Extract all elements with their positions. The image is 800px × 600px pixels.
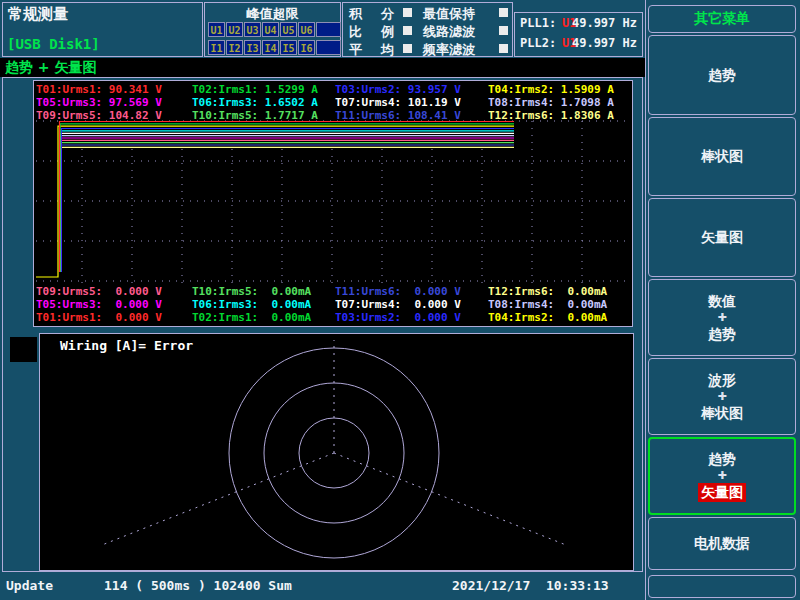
channel-readout-t06: T06:Irms3: 1.6502 A bbox=[192, 96, 318, 109]
vector-panel: Wiring [A]= Error bbox=[39, 333, 634, 571]
peak-cell-empty-voltage bbox=[316, 22, 341, 37]
sidebar-button-wave-bar-graph[interactable]: 波形✚棒状图 bbox=[648, 358, 796, 435]
view-title: 趋势 + 矢量图 bbox=[5, 59, 96, 77]
setting-char-left: 比 bbox=[349, 23, 362, 41]
sidebar-button-trend-vector[interactable]: 趋势✚矢量图 bbox=[648, 437, 796, 515]
pll2-frequency: 49.997 Hz bbox=[572, 36, 637, 50]
sidebar-button-vector-graph[interactable]: 矢量图 bbox=[648, 198, 796, 277]
setting-char-left: 平 bbox=[349, 41, 362, 59]
other-menus-label: 其它菜单 bbox=[694, 10, 750, 28]
view-title-strip: 趋势 + 矢量图 bbox=[0, 58, 645, 77]
sidebar-button-trend[interactable]: 趋势 bbox=[648, 35, 796, 115]
channel-readout-t10: T10:Irms5: 1.7717 A bbox=[192, 109, 318, 122]
sidebar-button-label: 趋势 bbox=[708, 66, 736, 85]
pll-box: PLL1: U1 49.997 Hz PLL2: U1 49.997 Hz bbox=[514, 12, 643, 57]
sidebar-button-bar-graph[interactable]: 棒状图 bbox=[648, 117, 796, 196]
peak-cell-u4: U4 bbox=[262, 22, 279, 37]
settings-row-1: 积分最值保持 bbox=[343, 5, 512, 22]
setting-char-right: 均 bbox=[381, 41, 394, 59]
sidebar-button-label: 矢量图 bbox=[701, 228, 743, 247]
filter-checkbox[interactable] bbox=[499, 8, 508, 17]
mode-title: 常规测量 bbox=[8, 5, 68, 24]
update-label: Update bbox=[6, 578, 53, 593]
setting-char-left: 积 bbox=[349, 5, 362, 23]
peak-current-row: I1I2I3I4I5I6 bbox=[208, 40, 341, 55]
peak-cell-i6: I6 bbox=[298, 40, 315, 55]
plus-icon: ✚ bbox=[717, 311, 726, 325]
pll2-label: PLL2: bbox=[520, 36, 556, 50]
filter-label: 线路滤波 bbox=[423, 23, 475, 41]
channel-readout-t04: T04:Irms2: 1.5909 A bbox=[488, 83, 614, 96]
setting-checkbox[interactable] bbox=[403, 8, 412, 17]
measurement-settings-box: 积分最值保持比例线路滤波平均频率滤波 bbox=[342, 2, 513, 57]
channel-readout-t09: T09:Urms5: 104.82 V bbox=[36, 109, 162, 122]
pll2-row: PLL2: U1 49.997 Hz bbox=[515, 36, 642, 54]
pll1-label: PLL1: bbox=[520, 16, 556, 30]
channel-readout-t11: T11:Urms6: 0.000 V bbox=[335, 285, 461, 298]
settings-row-3: 平均频率滤波 bbox=[343, 41, 512, 58]
channel-readout-t04: T04:Irms2: 0.00mA bbox=[488, 311, 607, 324]
channel-readout-t02: T02:Irms1: 0.00mA bbox=[192, 311, 311, 324]
channel-readout-t09: T09:Urms5: 0.000 V bbox=[36, 285, 162, 298]
sidebar-button-label: 趋势 bbox=[708, 325, 736, 344]
status-box: 常规测量 [USB Disk1] bbox=[2, 2, 203, 57]
sidebar-button-label: 电机数据 bbox=[694, 534, 750, 553]
sidebar-button-label: 数值 bbox=[708, 292, 736, 311]
sidebar-button-motor-data[interactable]: 电机数据 bbox=[648, 517, 796, 570]
channel-readout-t07: T07:Urms4: 0.000 V bbox=[335, 298, 461, 311]
channel-readout-t01: T01:Urms1: 0.000 V bbox=[36, 311, 162, 324]
channel-readout-t05: T05:Urms3: 97.569 V bbox=[36, 96, 162, 109]
peak-cell-i4: I4 bbox=[262, 40, 279, 55]
vector-axis-left bbox=[102, 453, 334, 545]
sidebar-button-numeric-trend[interactable]: 数值✚趋势 bbox=[648, 279, 796, 356]
peak-cell-i3: I3 bbox=[244, 40, 261, 55]
peak-cell-i2: I2 bbox=[226, 40, 243, 55]
channel-readout-t12: T12:Irms6: 1.8306 A bbox=[488, 109, 614, 122]
status-bar: Update 114 ( 500ms ) 102400 Sum 2021/12/… bbox=[0, 574, 645, 600]
sidebar-button-label: 波形 bbox=[708, 371, 736, 390]
channel-readout-t02: T02:Irms1: 1.5299 A bbox=[192, 83, 318, 96]
color-swatch bbox=[10, 337, 37, 362]
vector-chart bbox=[40, 334, 633, 570]
setting-char-right: 分 bbox=[381, 5, 394, 23]
plus-icon: ✚ bbox=[717, 390, 726, 404]
setting-char-right: 例 bbox=[381, 23, 394, 41]
channel-readout-t06: T06:Irms3: 0.00mA bbox=[192, 298, 311, 311]
peak-cell-u3: U3 bbox=[244, 22, 261, 37]
trend-panel: T01:Urms1: 90.341 VT02:Irms1: 1.5299 AT0… bbox=[33, 80, 633, 327]
vector-axis-right bbox=[334, 453, 566, 545]
channel-readout-t07: T07:Urms4: 101.19 V bbox=[335, 96, 461, 109]
sidebar-divider bbox=[645, 0, 646, 600]
peak-cell-u5: U5 bbox=[280, 22, 297, 37]
setting-checkbox[interactable] bbox=[403, 44, 412, 53]
setting-checkbox[interactable] bbox=[403, 26, 412, 35]
filter-checkbox[interactable] bbox=[499, 44, 508, 53]
sidebar-empty-slot bbox=[648, 575, 796, 598]
peak-cell-i5: I5 bbox=[280, 40, 297, 55]
channel-readout-t12: T12:Irms6: 0.00mA bbox=[488, 285, 607, 298]
channel-readout-t11: T11:Urms6: 108.41 V bbox=[335, 109, 461, 122]
sidebar-button-label: 矢量图 bbox=[698, 483, 746, 502]
peak-limit-title: 峰值超限 bbox=[205, 5, 340, 23]
channel-readout-t03: T03:Urms2: 0.000 V bbox=[335, 311, 461, 324]
peak-cell-u6: U6 bbox=[298, 22, 315, 37]
filter-label: 最值保持 bbox=[423, 5, 475, 23]
sidebar-button-other-menus[interactable]: 其它菜单 bbox=[648, 5, 796, 33]
channel-readout-t08: T08:Irms4: 1.7098 A bbox=[488, 96, 614, 109]
sidebar-button-label: 棒状图 bbox=[701, 404, 743, 423]
channel-readout-t05: T05:Urms3: 0.000 V bbox=[36, 298, 162, 311]
channel-readout-t08: T08:Irms4: 0.00mA bbox=[488, 298, 607, 311]
pll1-row: PLL1: U1 49.997 Hz bbox=[515, 16, 642, 34]
channel-readout-t10: T10:Irms5: 0.00mA bbox=[192, 285, 311, 298]
instrument-screen: 常规测量 [USB Disk1] 峰值超限 U1U2U3U4U5U6 I1I2I… bbox=[0, 0, 800, 600]
peak-voltage-row: U1U2U3U4U5U6 bbox=[208, 22, 341, 37]
datetime: 2021/12/17 10:33:13 bbox=[452, 578, 609, 593]
settings-row-2: 比例线路滤波 bbox=[343, 23, 512, 40]
plus-icon: ✚ bbox=[717, 469, 726, 483]
filter-checkbox[interactable] bbox=[499, 26, 508, 35]
sidebar-button-label: 趋势 bbox=[708, 450, 736, 469]
peak-cell-i1: I1 bbox=[208, 40, 225, 55]
channel-readout-t01: T01:Urms1: 90.341 V bbox=[36, 83, 162, 96]
filter-label: 频率滤波 bbox=[423, 41, 475, 59]
peak-cell-u2: U2 bbox=[226, 22, 243, 37]
